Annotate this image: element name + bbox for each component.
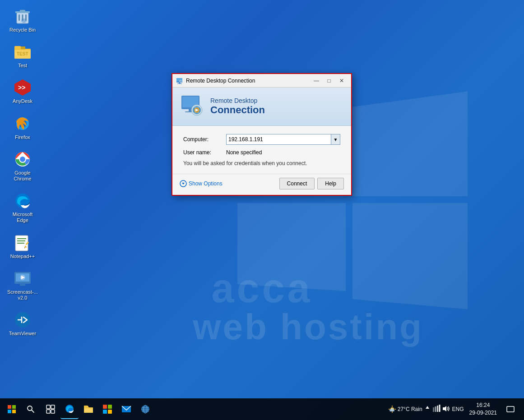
dialog-header: Remote Desktop Connection [172,88,351,126]
icon-firefox[interactable]: Firefox [5,112,41,143]
svg-rect-33 [177,83,182,84]
maximize-button[interactable]: □ [323,76,335,86]
clock-widget[interactable]: 16:24 29-09-2021 [466,402,501,417]
dialog-controls: — □ ✕ [311,76,348,86]
svg-rect-53 [12,410,16,413]
rdp-icon [180,95,205,118]
heading-line2: Connection [210,104,265,116]
network-icon-tray[interactable] [432,405,441,414]
icon-test-folder[interactable]: TEST Test [5,40,41,71]
recycle-bin-label: Recycle Bin [9,27,36,33]
dialog-titlebar: Remote Desktop Connection — □ ✕ [172,74,351,88]
taskbar-edge[interactable] [60,399,79,419]
caret-up-icon [425,406,430,412]
svg-rect-20 [17,243,24,244]
taskbar-pinned-icons [42,399,154,419]
desktop: acca web hosting Rec [0,0,524,420]
taskbar-store[interactable] [98,399,116,419]
svg-rect-18 [17,238,26,239]
connect-button[interactable]: Connect [279,178,315,189]
close-button[interactable]: ✕ [336,76,348,86]
svg-rect-82 [507,406,514,412]
svg-rect-78 [435,406,436,412]
edge-taskbar-icon [65,404,74,414]
help-button[interactable]: Help [317,178,344,189]
minimize-button[interactable]: — [311,76,322,86]
show-options-label: Show Options [189,180,223,187]
taskbar-task-view[interactable] [42,399,60,419]
svg-point-6 [21,18,27,23]
icon-screencast[interactable]: Screencast-... v2.0 [5,267,41,304]
svg-marker-81 [443,406,446,411]
taskbar-file-explorer[interactable] [79,399,97,419]
svg-rect-63 [103,410,107,414]
icon-teamviewer[interactable]: TeamViewer [5,308,41,339]
svg-marker-49 [182,183,185,185]
taskbar-world[interactable] [136,399,154,419]
svg-rect-28 [20,284,25,286]
icon-microsoft-edge[interactable]: Microsoft Edge [5,189,41,226]
weather-icon [388,405,396,413]
weather-text: 27°C Rain [398,406,422,412]
computer-dropdown-arrow[interactable]: ▼ [331,134,340,145]
svg-point-29 [15,312,30,328]
icon-recycle-bin[interactable]: Recycle Bin [5,5,41,36]
system-tray: 27°C Rain [385,399,522,419]
svg-rect-58 [46,410,50,413]
svg-rect-61 [103,405,107,409]
svg-rect-1 [19,14,20,21]
desktop-icons: Recycle Bin TEST Test >> An [5,5,41,339]
svg-marker-76 [426,406,429,409]
start-button[interactable] [2,399,22,419]
svg-rect-80 [439,405,440,412]
icon-notepadpp[interactable]: Notepad++ [5,231,41,262]
svg-rect-57 [51,405,55,409]
screencast-label: Screencast-... v2.0 [7,289,38,301]
weather-widget[interactable]: 27°C Rain [388,405,422,413]
dialog-footer: Show Options Connect Help [172,174,351,195]
icon-google-chrome[interactable]: Google Chrome [5,148,41,185]
username-row: User name: None specified [183,149,340,156]
tray-expand[interactable] [424,406,431,413]
dialog-window: Remote Desktop Connection — □ ✕ [172,73,352,196]
windows-start-icon [8,405,16,413]
svg-rect-19 [17,240,25,241]
search-icon [27,405,35,413]
svg-line-55 [32,410,34,412]
svg-text:>>: >> [18,84,25,91]
teamviewer-label: TeamViewer [9,331,36,337]
taskbar-mail[interactable] [117,399,135,419]
svg-rect-50 [8,405,11,409]
notepadpp-label: Notepad++ [10,254,35,259]
icon-anydesk[interactable]: >> AnyDesk [5,76,41,107]
network-icon [432,405,441,413]
rdp-dialog: Remote Desktop Connection — □ ✕ [172,73,352,196]
computer-input[interactable] [226,134,331,145]
notification-icon [506,405,515,413]
show-options-icon [180,180,187,187]
svg-rect-77 [433,407,434,412]
store-icon [102,404,112,414]
svg-point-35 [180,80,181,82]
anydesk-label: AnyDesk [13,98,32,104]
search-button[interactable] [23,401,39,417]
test-folder-label: Test [18,63,27,69]
svg-rect-5 [20,10,25,12]
clock-date: 29-09-2021 [469,409,497,417]
svg-rect-62 [108,405,112,409]
show-options-button[interactable]: Show Options [180,180,223,187]
dialog-body: Computer: ▼ User name: None specified Yo… [172,126,351,174]
svg-rect-79 [437,406,438,412]
volume-icon [442,405,450,413]
firefox-label: Firefox [15,134,30,140]
language-indicator[interactable]: ENG [452,406,464,412]
svg-rect-52 [8,410,11,413]
taskbar: 27°C Rain [0,398,524,420]
notification-button[interactable] [502,399,519,419]
google-chrome-label: Google Chrome [7,170,38,182]
volume-icon-tray[interactable] [442,405,450,414]
computer-row: Computer: ▼ [183,134,340,145]
svg-rect-32 [179,83,181,83]
username-value: None specified [226,149,262,156]
svg-rect-7 [21,46,25,49]
